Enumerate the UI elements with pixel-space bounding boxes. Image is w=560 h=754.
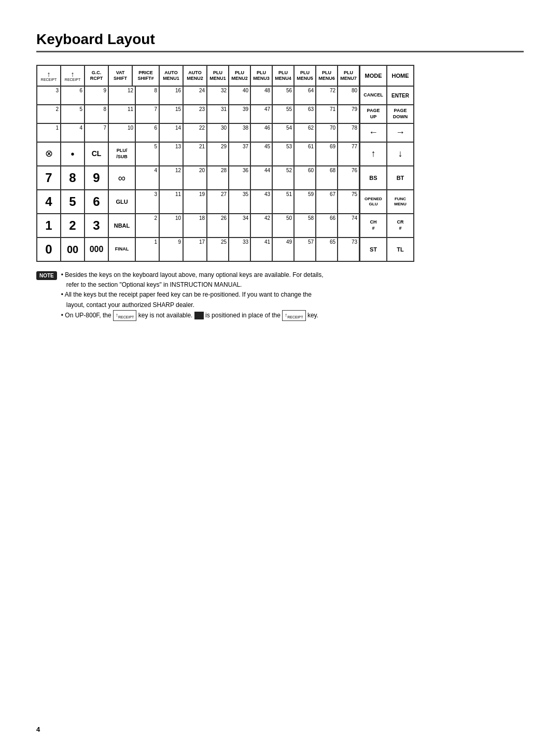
key-9[interactable]: 9 [85,166,108,190]
key-6[interactable]: 6 [85,190,108,214]
key-plu-menu1[interactable]: PLU MENU1 [207,65,229,86]
note-line-4: layout, contact your authorized SHARP de… [61,300,324,310]
plu-48: 48 [250,86,272,105]
key-00[interactable]: 00 [61,238,85,261]
plu-78: 78 [338,123,359,142]
key-cancel[interactable]: CANCEL [360,86,387,105]
note-content: • Besides the keys on the keyboard layou… [61,270,324,321]
page-title: Keyboard Layout [36,31,524,52]
key-auto-menu2[interactable]: AUTO MENU2 [183,65,207,86]
key-enter[interactable]: ENTER [387,86,414,105]
key-price-shift[interactable]: PRICE SHIFT# [132,65,159,86]
key-gc-rcpt[interactable]: G.C. RCPT [85,65,108,86]
receipt-key-ref2: ↑RECEIPT [282,310,305,321]
key-glu[interactable]: GLU [108,190,135,214]
key-plu-menu5[interactable]: PLU MENU5 [294,65,316,86]
key-plu-menu2[interactable]: PLU MENU2 [229,65,250,86]
note-line-3: • All the keys but the receipt paper fee… [61,290,324,300]
key-bs[interactable]: BS [360,166,387,190]
key-cell-11: 11 [108,105,135,123]
key-inf[interactable]: ∞ [108,166,135,190]
plu-53: 53 [272,142,294,166]
plu-65: 65 [316,238,338,261]
key-receipt1[interactable]: ↑ RECEIPT [37,65,61,86]
key-up-arrow[interactable]: ↑ [360,142,387,166]
key-plu-menu6[interactable]: PLU MENU6 [316,65,338,86]
key-0[interactable]: 0 [37,238,61,261]
note-line-2: refer to the section "Optional keys" in … [61,280,324,290]
plu-25: 25 [207,238,229,261]
plu-31: 31 [207,105,229,123]
key-auto-menu1[interactable]: AUTO MENU1 [159,65,183,86]
plu-54: 54 [272,123,294,142]
black-square-icon [194,312,204,319]
key-cr-hash[interactable]: CR# [387,214,414,238]
key-bt[interactable]: BT [387,166,414,190]
plu-6: 6 [135,123,159,142]
key-ch-hash[interactable]: CH# [360,214,387,238]
key-otimes[interactable]: ⊗ [37,142,61,166]
plu-68: 68 [316,166,338,190]
plu-49: 49 [272,238,294,261]
key-5[interactable]: 5 [61,190,85,214]
plu-67: 67 [316,190,338,214]
key-page-up[interactable]: PAGEUP [360,105,387,123]
key-4[interactable]: 4 [37,190,61,214]
key-plu-menu3[interactable]: PLU MENU3 [250,65,272,86]
key-3[interactable]: 3 [85,214,108,238]
plu-4: 4 [135,166,159,190]
key-dot[interactable]: • [61,142,85,166]
plu-38: 38 [229,123,250,142]
key-left-arrow[interactable]: ← [360,123,387,142]
key-final[interactable]: FINAL [108,238,135,261]
plu-23: 23 [183,105,207,123]
plu-70: 70 [316,123,338,142]
plu-55: 55 [272,105,294,123]
key-st[interactable]: ST [360,238,387,261]
key-tl[interactable]: TL [387,238,414,261]
key-opened-glu[interactable]: OPENEDGLU [360,190,387,214]
key-2[interactable]: 2 [61,214,85,238]
key-cell-1: 1 [37,123,61,142]
key-right-arrow[interactable]: → [387,123,414,142]
plu-2: 2 [135,214,159,238]
key-cl[interactable]: CL [85,142,108,166]
key-plu-menu7[interactable]: PLU MENU7 [338,65,359,86]
key-plu-menu4[interactable]: PLU MENU4 [272,65,294,86]
key-mode[interactable]: MODE [360,65,387,86]
key-receipt2[interactable]: ↑ RECEIPT [61,65,85,86]
plu-43: 43 [250,190,272,214]
plu-59: 59 [294,190,316,214]
plu-14: 14 [159,123,183,142]
plu-34: 34 [229,214,250,238]
plu-62: 62 [294,123,316,142]
key-8[interactable]: 8 [61,166,85,190]
plu-56: 56 [272,86,294,105]
key-nbal[interactable]: NBAL [108,214,135,238]
plu-17: 17 [183,238,207,261]
plu-74: 74 [338,214,359,238]
plu-45: 45 [250,142,272,166]
key-page-down[interactable]: PAGEDOWN [387,105,414,123]
plu-46: 46 [250,123,272,142]
key-vat-shift[interactable]: VAT SHIFT [108,65,132,86]
key-7[interactable]: 7 [37,166,61,190]
key-home[interactable]: HOME [387,65,414,86]
plu-11: 11 [159,190,183,214]
key-func-menu[interactable]: FUNCMENU [387,190,414,214]
key-1[interactable]: 1 [37,214,61,238]
plu-1: 1 [135,238,159,261]
plu-40: 40 [229,86,250,105]
note-badge: NOTE [36,271,57,280]
plu-8: 8 [135,86,159,105]
note-section: NOTE • Besides the keys on the keyboard … [36,270,524,321]
keyboard-layout: ↑ RECEIPT ↑ RECEIPT G.C. RCPT VAT SHIFT … [36,65,524,321]
plu-22: 22 [183,123,207,142]
key-cell-2: 2 [37,105,61,123]
plu-21: 21 [183,142,207,166]
key-000[interactable]: 000 [85,238,108,261]
plu-33: 33 [229,238,250,261]
key-down-arrow[interactable]: ↓ [387,142,414,166]
plu-28: 28 [207,166,229,190]
key-plu-sub[interactable]: PLU//SUB [108,142,135,166]
